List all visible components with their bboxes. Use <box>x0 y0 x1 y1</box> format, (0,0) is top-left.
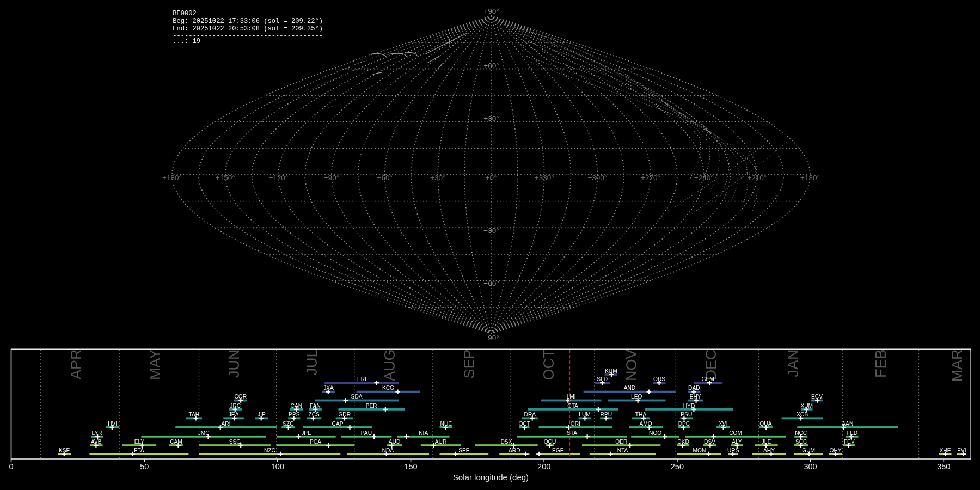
svg-text:350: 350 <box>937 462 950 471</box>
svg-text:PPS: PPS <box>289 412 300 418</box>
svg-text:FED: FED <box>847 430 857 436</box>
svg-text:TAH: TAH <box>189 412 200 418</box>
svg-text:HYD: HYD <box>683 403 695 409</box>
svg-text:Beg: 20251022 17:33:06 (sol =: Beg: 20251022 17:33:06 (sol = 209.22°) <box>173 17 323 25</box>
svg-text:ORS: ORS <box>653 376 665 382</box>
svg-text:AMO: AMO <box>640 421 652 427</box>
svg-text:150: 150 <box>404 462 417 471</box>
svg-text:XCB: XCB <box>797 412 808 418</box>
svg-text:AVB: AVB <box>91 439 102 445</box>
svg-text:JUN: JUN <box>226 350 242 378</box>
svg-text:NIA: NIA <box>419 430 428 436</box>
svg-text:DKD: DKD <box>677 439 689 445</box>
svg-text:MAY: MAY <box>147 350 163 381</box>
svg-text:AUR: AUR <box>435 439 447 445</box>
svg-text:+150°: +150° <box>216 174 235 182</box>
svg-text:PCA: PCA <box>310 439 321 445</box>
svg-text:DPC: DPC <box>678 421 690 427</box>
svg-text:250: 250 <box>671 462 684 471</box>
svg-text:+120°: +120° <box>268 174 288 182</box>
svg-text:SZC: SZC <box>283 421 293 427</box>
svg-text:APR: APR <box>68 350 84 380</box>
svg-text:SLD: SLD <box>597 376 608 382</box>
svg-text:SDA: SDA <box>351 394 363 400</box>
svg-text:XHE: XHE <box>940 448 951 454</box>
svg-text:LMI: LMI <box>567 394 576 400</box>
svg-text:JMC: JMC <box>198 430 210 436</box>
svg-text:EVI: EVI <box>957 448 966 454</box>
svg-text:ERI: ERI <box>357 376 366 382</box>
svg-text:300: 300 <box>804 462 817 471</box>
svg-text:OER: OER <box>615 439 627 445</box>
svg-text:+0°: +0° <box>486 174 497 182</box>
svg-text:OCU: OCU <box>544 439 556 445</box>
svg-text:EHY: EHY <box>690 394 701 400</box>
svg-text:JAN: JAN <box>785 350 801 377</box>
svg-text:+60°: +60° <box>483 62 499 70</box>
svg-text:50: 50 <box>140 462 149 471</box>
svg-text:RPU: RPU <box>601 412 612 418</box>
svg-text:JXA: JXA <box>323 385 334 391</box>
svg-text:DSX: DSX <box>501 439 512 445</box>
svg-text:+240°: +240° <box>694 174 714 182</box>
svg-text:LEO: LEO <box>631 394 642 400</box>
svg-text:DRA: DRA <box>524 412 536 418</box>
svg-text:NCC: NCC <box>795 430 807 436</box>
svg-text:...: 19: ...: 19 <box>173 38 200 45</box>
svg-text:ARI: ARI <box>222 421 231 427</box>
svg-text:NTA: NTA <box>617 448 628 454</box>
svg-text:MAR: MAR <box>949 350 965 382</box>
svg-text:100: 100 <box>271 462 284 471</box>
svg-text:COM: COM <box>729 430 742 436</box>
svg-text:KSE: KSE <box>59 448 70 454</box>
svg-text:DAD: DAD <box>688 385 700 391</box>
svg-text:AAN: AAN <box>842 421 853 427</box>
svg-text:+90°: +90° <box>324 174 339 182</box>
svg-text:ECV: ECV <box>811 394 823 400</box>
svg-text:AUG: AUG <box>382 350 398 382</box>
svg-text:SPE: SPE <box>458 448 470 454</box>
svg-text:+90°: +90° <box>483 7 499 15</box>
svg-text:BE0002: BE0002 <box>173 10 197 17</box>
svg-text:QUA: QUA <box>759 421 771 427</box>
svg-text:SSG: SSG <box>229 439 241 445</box>
svg-text:−90°: −90° <box>483 334 499 342</box>
svg-text:FEV: FEV <box>844 439 855 445</box>
svg-text:SEP: SEP <box>461 350 477 379</box>
svg-text:+210°: +210° <box>747 174 767 182</box>
svg-text:CAN: CAN <box>291 403 303 409</box>
svg-text:JEA: JEA <box>229 412 239 418</box>
svg-text:+300°: +300° <box>587 174 607 182</box>
svg-text:NZC: NZC <box>264 448 275 454</box>
svg-text:0: 0 <box>9 462 13 471</box>
svg-text:XUM: XUM <box>800 403 813 409</box>
svg-text:−30°: −30° <box>483 226 499 235</box>
svg-text:+180°: +180° <box>800 174 820 182</box>
svg-text:−60°: −60° <box>483 279 499 287</box>
svg-text:GEM: GEM <box>701 376 714 382</box>
svg-text:PAU: PAU <box>361 430 372 436</box>
svg-text:ARD: ARD <box>509 448 520 454</box>
svg-text:+270°: +270° <box>641 174 660 182</box>
svg-text:PSU: PSU <box>681 412 692 418</box>
svg-text:SCC: SCC <box>795 439 807 445</box>
svg-text:NOV: NOV <box>623 350 640 382</box>
svg-text:GDR: GDR <box>338 412 351 418</box>
svg-text:+60°: +60° <box>377 174 393 182</box>
svg-text:OHY: OHY <box>829 448 841 454</box>
svg-text:COR: COR <box>234 394 247 400</box>
svg-text:ELY: ELY <box>134 439 145 445</box>
svg-text:FEB: FEB <box>873 350 889 378</box>
svg-text:OCT: OCT <box>518 421 530 427</box>
svg-text:EGE: EGE <box>552 448 564 454</box>
svg-text:ALY: ALY <box>732 439 742 445</box>
svg-text:LUM: LUM <box>579 412 591 418</box>
svg-text:THA: THA <box>635 412 647 418</box>
svg-text:KUM: KUM <box>605 368 617 374</box>
svg-text:+30°: +30° <box>483 114 499 122</box>
svg-text:LYR: LYR <box>92 430 102 436</box>
svg-text:XVI: XVI <box>719 421 727 427</box>
svg-text:200: 200 <box>537 462 550 471</box>
svg-text:STA: STA <box>567 430 577 436</box>
svg-text:KCG: KCG <box>382 385 394 391</box>
